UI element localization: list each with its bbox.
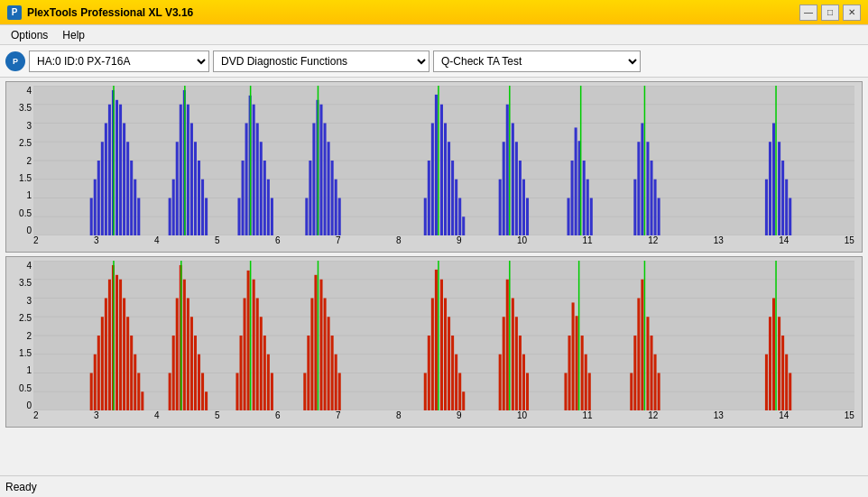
svg-rect-145 — [253, 280, 255, 410]
svg-rect-19 — [123, 124, 125, 236]
svg-rect-114 — [97, 336, 100, 410]
toolbar: P HA:0 ID:0 PX-716A DVD Diagnostic Funct… — [0, 45, 868, 78]
svg-rect-115 — [101, 317, 104, 410]
svg-rect-14 — [108, 105, 111, 235]
svg-rect-113 — [94, 354, 97, 410]
svg-rect-18 — [119, 105, 122, 235]
svg-rect-122 — [123, 299, 125, 411]
svg-rect-65 — [448, 142, 450, 235]
svg-rect-169 — [448, 317, 450, 410]
maximize-button[interactable]: □ — [821, 5, 839, 21]
minimize-button[interactable]: — — [799, 5, 817, 21]
svg-rect-74 — [512, 124, 514, 236]
function-select[interactable]: DVD Diagnostic Functions — [213, 51, 429, 72]
svg-rect-31 — [190, 124, 193, 236]
svg-rect-124 — [130, 336, 133, 410]
svg-rect-47 — [305, 198, 308, 236]
svg-rect-143 — [247, 271, 250, 410]
svg-rect-49 — [312, 124, 315, 236]
svg-rect-130 — [176, 299, 179, 411]
svg-rect-158 — [328, 317, 330, 410]
window-title: PlexTools Professional XL V3.16 — [27, 6, 799, 19]
status-bar: Ready — [0, 475, 868, 497]
svg-rect-165 — [435, 270, 438, 410]
svg-rect-92 — [651, 161, 653, 235]
svg-rect-129 — [172, 336, 175, 410]
svg-rect-175 — [503, 317, 505, 410]
svg-rect-45 — [267, 179, 270, 235]
test-select[interactable]: Q-Check TA Test — [433, 51, 641, 72]
svg-rect-200 — [765, 354, 768, 410]
svg-rect-34 — [201, 179, 204, 235]
svg-rect-56 — [335, 179, 337, 235]
menu-options[interactable]: Options — [4, 27, 55, 43]
svg-rect-192 — [633, 336, 636, 410]
svg-rect-58 — [424, 198, 427, 236]
svg-rect-194 — [641, 280, 643, 410]
svg-rect-176 — [506, 280, 509, 410]
svg-rect-41 — [253, 105, 255, 235]
menu-bar: Options Help — [0, 25, 868, 45]
svg-rect-121 — [119, 280, 122, 410]
svg-rect-97 — [772, 124, 775, 236]
svg-rect-117 — [108, 280, 111, 410]
close-button[interactable]: ✕ — [843, 5, 861, 21]
svg-rect-63 — [440, 105, 443, 235]
drive-select[interactable]: HA:0 ID:0 PX-716A — [29, 51, 209, 72]
svg-rect-120 — [115, 275, 118, 410]
svg-rect-93 — [654, 179, 657, 235]
svg-rect-75 — [515, 142, 518, 235]
svg-rect-199 — [658, 373, 660, 411]
svg-rect-67 — [455, 179, 457, 235]
status-text: Ready — [5, 481, 37, 493]
svg-rect-138 — [201, 373, 204, 411]
svg-rect-79 — [568, 198, 570, 236]
menu-help[interactable]: Help — [55, 27, 92, 43]
svg-rect-147 — [260, 317, 263, 410]
svg-rect-37 — [242, 161, 245, 235]
svg-rect-55 — [331, 161, 334, 235]
svg-rect-179 — [515, 317, 518, 410]
svg-rect-189 — [585, 354, 587, 410]
title-bar: P PlexTools Professional XL V3.16 — □ ✕ — [0, 0, 868, 25]
svg-rect-57 — [338, 198, 341, 236]
svg-rect-173 — [462, 391, 465, 410]
svg-rect-152 — [307, 336, 309, 410]
svg-rect-112 — [90, 373, 93, 411]
svg-rect-135 — [190, 317, 193, 410]
svg-rect-180 — [519, 336, 522, 410]
svg-rect-27 — [180, 105, 182, 235]
svg-rect-36 — [237, 198, 240, 236]
svg-rect-196 — [646, 317, 649, 410]
svg-rect-46 — [271, 198, 273, 236]
svg-rect-43 — [260, 142, 263, 235]
svg-rect-24 — [169, 198, 171, 236]
svg-rect-94 — [658, 198, 660, 236]
svg-rect-142 — [244, 299, 246, 411]
svg-rect-171 — [455, 354, 457, 410]
svg-rect-160 — [335, 354, 337, 410]
svg-rect-64 — [444, 124, 447, 236]
svg-rect-88 — [637, 142, 640, 235]
svg-rect-133 — [183, 280, 186, 410]
svg-rect-116 — [105, 299, 107, 411]
bottom-chart-x-axis: 2 3 4 5 6 7 8 9 10 11 12 13 14 15 — [33, 410, 854, 425]
svg-rect-141 — [240, 336, 243, 410]
svg-rect-167 — [440, 280, 443, 410]
svg-rect-100 — [781, 161, 784, 235]
svg-rect-123 — [126, 317, 129, 410]
svg-rect-186 — [576, 316, 578, 410]
svg-rect-201 — [769, 317, 771, 410]
svg-rect-60 — [431, 124, 434, 236]
svg-rect-139 — [205, 391, 208, 410]
svg-rect-204 — [778, 317, 780, 410]
svg-rect-125 — [134, 354, 136, 410]
svg-rect-20 — [126, 142, 129, 235]
svg-rect-99 — [778, 142, 780, 235]
svg-rect-78 — [526, 198, 529, 236]
app-icon: P — [7, 5, 22, 20]
svg-rect-137 — [198, 354, 200, 410]
svg-rect-12 — [101, 142, 104, 235]
svg-rect-150 — [271, 373, 273, 411]
svg-rect-172 — [458, 373, 461, 411]
